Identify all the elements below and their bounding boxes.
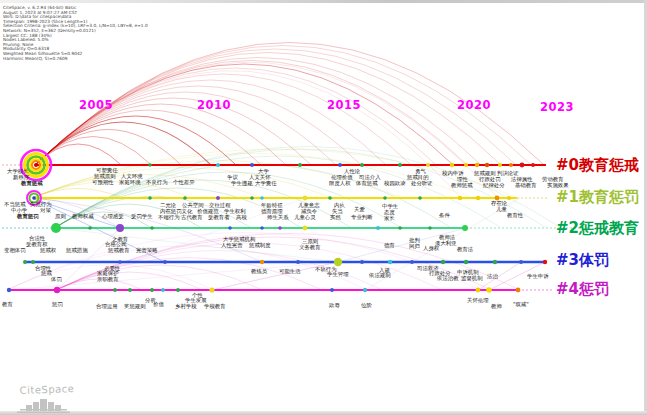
keyword-node[interactable]: [418, 196, 422, 200]
keyword-node[interactable]: [116, 224, 124, 232]
keyword-node[interactable]: [51, 223, 61, 233]
keyword-label: 关怀伦理: [467, 298, 489, 304]
keyword-node[interactable]: [507, 196, 511, 200]
keyword-label: 依法治教: [437, 276, 459, 282]
keyword-node[interactable]: [441, 260, 445, 264]
keyword-node[interactable]: [334, 258, 342, 266]
keyword-node[interactable]: [54, 287, 60, 293]
keyword-node[interactable]: [509, 163, 513, 167]
keyword-node[interactable]: [303, 226, 308, 231]
keyword-node[interactable]: [360, 260, 364, 264]
keyword-label: 个性差异: [173, 180, 195, 186]
keyword-label: 价值规范: [197, 209, 219, 215]
keyword-node[interactable]: [486, 287, 492, 293]
keyword-node[interactable]: [426, 163, 430, 167]
keyword-node[interactable]: [363, 288, 367, 292]
keyword-node[interactable]: [410, 260, 414, 264]
keyword-label: 教师惩戒: [451, 183, 473, 189]
keyword-label: 受罚学生: [131, 214, 153, 220]
cluster-label-0[interactable]: #0教育惩戒: [556, 156, 639, 175]
keyword-node[interactable]: [278, 226, 282, 230]
keyword-node[interactable]: [148, 196, 152, 200]
keyword-node[interactable]: [458, 196, 462, 200]
keyword-node[interactable]: [388, 260, 392, 264]
keyword-node[interactable]: [516, 288, 521, 293]
keyword-node[interactable]: [113, 288, 117, 292]
keyword-label: 体罚: [51, 277, 62, 283]
citation-arc: [36, 130, 180, 165]
keyword-label: 受教育者: [208, 215, 230, 221]
keyword-node[interactable]: [398, 163, 402, 167]
keyword-node[interactable]: [163, 260, 167, 264]
keyword-node[interactable]: [298, 163, 302, 167]
keyword-node[interactable]: [183, 196, 187, 200]
keyword-label: 原则: [55, 214, 66, 220]
keyword-node[interactable]: [360, 163, 364, 167]
keyword-node[interactable]: [519, 260, 523, 264]
keyword-node[interactable]: [476, 288, 481, 293]
keyword-node[interactable]: [296, 260, 300, 264]
cluster-label-3[interactable]: #3体罚: [556, 251, 609, 270]
keyword-node[interactable]: [493, 260, 497, 264]
keyword-node[interactable]: [150, 226, 154, 230]
keyword-label: 学生权利: [224, 209, 246, 215]
keyword-node[interactable]: [260, 196, 264, 200]
citation-arc: [34, 189, 120, 198]
keyword-label: 变相体罚: [4, 248, 26, 254]
keyword-node[interactable]: [216, 196, 220, 200]
node-core: [34, 163, 38, 167]
keyword-node[interactable]: [128, 288, 132, 292]
keyword-node[interactable]: [7, 288, 11, 292]
keyword-label: 儿童心灵: [294, 215, 316, 221]
keyword-node[interactable]: [250, 163, 254, 167]
citespace-timeline-view: CiteSpace, v. 6.2.R4 (64-bit) BasicAugus…: [0, 0, 647, 415]
keyword-label: 可能生活: [279, 269, 301, 275]
keyword-label: 不良行为: [146, 180, 168, 186]
year-label-2010: 2010: [197, 98, 231, 112]
keyword-node[interactable]: [260, 260, 264, 264]
citation-arc: [56, 196, 250, 227]
keyword-node[interactable]: [464, 260, 468, 264]
keyword-node[interactable]: [531, 163, 535, 167]
keyword-node[interactable]: [150, 288, 154, 292]
keyword-node[interactable]: [520, 163, 525, 168]
keyword-node[interactable]: [216, 163, 220, 167]
keyword-node[interactable]: [148, 163, 152, 167]
keyword-node[interactable]: [476, 196, 480, 200]
keyword-node[interactable]: [118, 260, 122, 264]
keyword-node[interactable]: [250, 196, 254, 200]
keyword-node[interactable]: [398, 226, 402, 230]
keyword-node[interactable]: [328, 196, 332, 200]
keyword-node[interactable]: [428, 226, 432, 230]
keyword-node[interactable]: [498, 163, 502, 167]
cluster-label-2[interactable]: #2惩戒教育: [556, 219, 639, 238]
keyword-node[interactable]: [31, 260, 35, 264]
keyword-label: 惩戒措施: [66, 248, 88, 254]
keyword-node[interactable]: [464, 163, 468, 167]
citation-arc: [36, 144, 120, 164]
keyword-node[interactable]: [383, 196, 387, 200]
keyword-node[interactable]: [450, 163, 454, 167]
keyword-label: 回归: [409, 244, 420, 250]
keyword-node[interactable]: [338, 163, 342, 167]
keyword-node[interactable]: [475, 163, 479, 167]
keyword-label: 学生违规: [231, 181, 253, 187]
keyword-node[interactable]: [161, 288, 165, 292]
keyword-label: 不端行为: [158, 215, 180, 221]
keyword-node[interactable]: [88, 226, 92, 230]
keyword-node[interactable]: [209, 287, 214, 292]
keyword-node[interactable]: [376, 226, 380, 230]
keyword-node[interactable]: [543, 260, 547, 264]
keyword-node[interactable]: [462, 225, 468, 231]
keyword-node[interactable]: [228, 226, 232, 230]
keyword-label: 监督机制: [461, 276, 483, 282]
keyword-node[interactable]: [260, 226, 264, 230]
keyword-node[interactable]: [303, 196, 308, 201]
keyword-node[interactable]: [485, 163, 489, 167]
cluster-label-4[interactable]: #4惩罚: [556, 280, 609, 299]
cluster-label-1[interactable]: #1教育惩罚: [556, 188, 639, 207]
keyword-label: 欺辱: [329, 303, 340, 309]
keyword-node[interactable]: [176, 288, 180, 292]
keyword-node[interactable]: [23, 260, 27, 264]
keyword-node[interactable]: [330, 288, 334, 292]
